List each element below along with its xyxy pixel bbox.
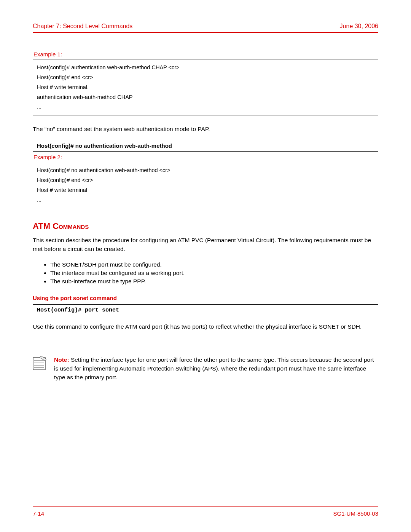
code-line: Host(config)# authentication web-auth-me… bbox=[37, 62, 374, 72]
header-date: June 30, 2006 bbox=[340, 23, 378, 30]
footer-rule bbox=[33, 506, 378, 507]
list-item: The interface must be configured as a wo… bbox=[50, 270, 378, 276]
code-line: ... bbox=[37, 195, 374, 205]
note-block: Note: Setting the interface type for one… bbox=[33, 355, 378, 382]
chapter-title: Chapter 7: Second Level Commands bbox=[33, 23, 132, 30]
code-line: ... bbox=[37, 102, 374, 112]
code-line: Host(config)# end <cr> bbox=[37, 72, 374, 82]
page-header: Chapter 7: Second Level Commands June 30… bbox=[33, 23, 378, 32]
page-footer: 7-14 SG1-UM-8500-03 bbox=[33, 506, 378, 517]
example-1-label: Example 1: bbox=[33, 51, 378, 58]
code-line: Host # write terminal. bbox=[37, 82, 374, 92]
code-line: Host # write terminal bbox=[37, 185, 374, 195]
section-intro-paragraph: This section describes the procedure for… bbox=[33, 236, 378, 254]
list-item: The SONET/SDH port must be configured. bbox=[50, 261, 378, 268]
document-id: SG1-UM-8500-03 bbox=[333, 510, 378, 517]
note-icon bbox=[33, 355, 47, 371]
example-1-box: Host(config)# authentication web-auth-me… bbox=[33, 59, 378, 115]
example-2-label: Example 2: bbox=[33, 154, 378, 160]
page: Chapter 7: Second Level Commands June 30… bbox=[0, 0, 411, 532]
port-sonet-subheading: Using the port sonet command bbox=[33, 295, 378, 301]
code-line: authentication web-auth-method CHAP bbox=[37, 92, 374, 102]
heading-main: ATM bbox=[33, 221, 50, 231]
example-2-box: Host(config)# no authentication web-auth… bbox=[33, 162, 378, 208]
heading-sub: Commands bbox=[50, 221, 89, 231]
note-label: Note: bbox=[54, 356, 69, 363]
no-auth-command-box: Host(config)# no authentication web-auth… bbox=[33, 140, 378, 152]
atm-commands-heading: ATM Commands bbox=[33, 221, 378, 231]
page-number: 7-14 bbox=[33, 510, 44, 517]
header-rule bbox=[33, 32, 378, 33]
note-text: Note: Setting the interface type for one… bbox=[54, 355, 378, 382]
code-line: Host(config)# no authentication web-auth… bbox=[37, 165, 374, 175]
requirements-list: The SONET/SDH port must be configured. T… bbox=[50, 260, 378, 286]
note-body: Setting the interface type for one port … bbox=[54, 356, 374, 381]
no-command-paragraph: The “no” command set the system web auth… bbox=[33, 125, 378, 133]
port-sonet-paragraph: Use this command to configure the ATM ca… bbox=[33, 322, 378, 331]
port-sonet-command-box: Host(config)# port sonet bbox=[33, 304, 378, 316]
code-line: Host(config)# end <cr> bbox=[37, 175, 374, 185]
list-item: The sub-interface must be type PPP. bbox=[50, 278, 378, 285]
